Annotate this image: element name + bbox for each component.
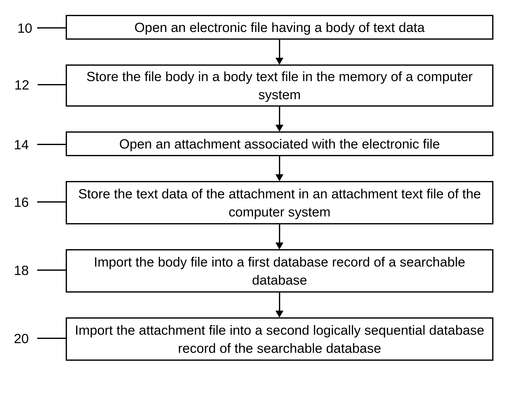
step-label-12: 12 (14, 78, 29, 91)
step-label-10: 10 (17, 21, 32, 35)
arrowhead-14-16 (275, 174, 283, 181)
arrow-14-16 (279, 156, 280, 175)
step-box-18: Import the body file into a first databa… (66, 249, 493, 293)
label-line-12 (38, 84, 67, 85)
step-label-20: 20 (14, 332, 29, 345)
arrowhead-16-18 (275, 242, 283, 249)
arrow-10-12 (279, 40, 280, 58)
arrow-12-14 (279, 107, 280, 125)
arrowhead-18-20 (275, 311, 283, 318)
flowchart: 10 Open an electronic file having a body… (0, 0, 513, 420)
arrowhead-12-14 (275, 125, 283, 132)
step-box-10: Open an electronic file having a body of… (66, 15, 493, 40)
label-line-14 (37, 144, 67, 145)
step-text-12: Store the file body in a body text file … (74, 67, 485, 104)
step-text-20: Import the attachment file into a second… (74, 321, 485, 357)
arrow-18-20 (279, 293, 280, 311)
step-text-16: Store the text data of the attachment in… (74, 185, 485, 221)
step-label-14: 14 (14, 138, 29, 151)
step-box-20: Import the attachment file into a second… (66, 317, 493, 361)
step-text-10: Open an electronic file having a body of… (134, 18, 425, 36)
arrow-16-18 (279, 224, 280, 243)
step-box-12: Store the file body in a body text file … (66, 64, 493, 107)
step-text-18: Import the body file into a first databa… (74, 253, 485, 289)
step-label-16: 16 (14, 195, 29, 209)
step-box-14: Open an attachment associated with the e… (66, 131, 493, 156)
step-text-14: Open an attachment associated with the e… (119, 135, 440, 153)
label-line-20 (37, 338, 67, 339)
arrowhead-10-12 (275, 58, 283, 65)
label-line-16 (37, 201, 67, 203)
label-line-10 (37, 27, 67, 29)
label-line-18 (37, 270, 67, 271)
step-label-18: 18 (14, 264, 29, 277)
step-box-16: Store the text data of the attachment in… (66, 181, 493, 224)
